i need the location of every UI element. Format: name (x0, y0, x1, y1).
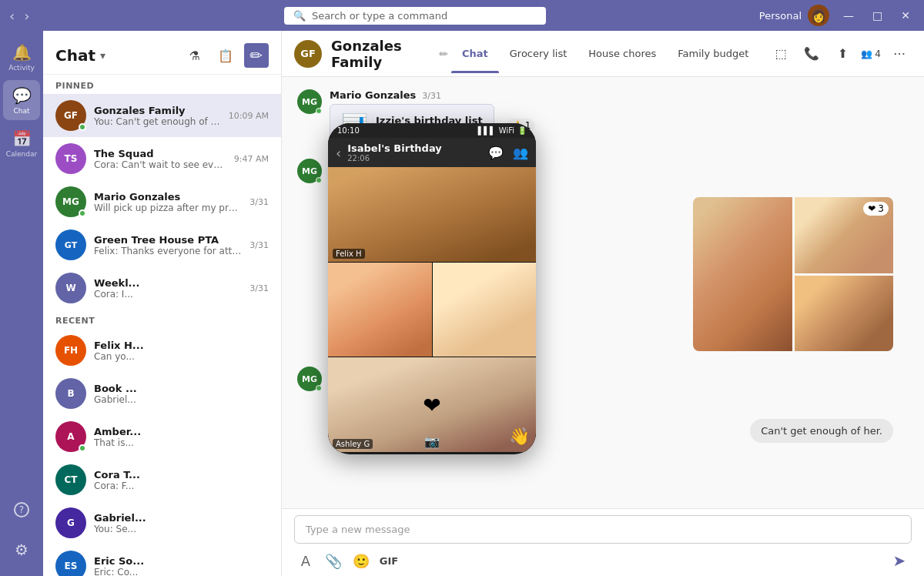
camera-icon[interactable]: 📷 (424, 434, 440, 449)
phone-back-icon[interactable]: ‹ (336, 145, 341, 161)
chat-name-gonzales-family: Gonzales Family (94, 105, 221, 116)
avatar-squad: TS (55, 143, 86, 174)
chat-nav-label: Chat (13, 107, 29, 115)
close-button[interactable]: ✕ (896, 9, 915, 22)
chat-preview-gabriel: You: Se... (94, 524, 269, 534)
filter-button[interactable]: ⚗ (182, 43, 207, 68)
screen-share-button[interactable]: ⬚ (768, 42, 793, 66)
compose-button[interactable]: 📋 (213, 43, 238, 68)
people-count-label: 4 (875, 49, 881, 59)
collage-reaction[interactable]: ❤️ 3 (863, 202, 889, 216)
search-box[interactable]: 🔍 Search or type a command (284, 7, 546, 25)
chat-preview-amber: That is... (94, 437, 269, 448)
video-cell-2 (328, 263, 432, 357)
recent-section-label: Recent (43, 310, 281, 329)
chat-name-squad: The Squad (94, 148, 226, 159)
chat-preview-squad: Cora: Can't wait to see everyone! (94, 159, 226, 170)
search-icon: 🔍 (293, 10, 306, 22)
group-name: Gonzales Family (331, 38, 424, 70)
avatar-cora: CT (55, 464, 86, 495)
sidebar-item-help[interactable]: ? (3, 490, 40, 530)
wave-emoji: 👋 (509, 427, 530, 446)
tab-chat[interactable]: Chat (451, 43, 499, 64)
emoji-icon: 🙂 (353, 553, 370, 569)
avatar-gabriel: G (55, 507, 86, 538)
chat-item-gonzales-family[interactable]: GF Gonzales Family You: Can't get enough… (43, 94, 281, 137)
attach-button[interactable]: 📎 (322, 549, 345, 572)
avatar-eric: ES (55, 551, 86, 576)
search-area: 🔍 Search or type a command (71, 7, 759, 25)
maximize-button[interactable]: □ (868, 9, 887, 22)
chat-item-eric[interactable]: ES Eric So... Eric: Co... (43, 544, 281, 576)
chat-info-felix: Felix H... Can yo... (94, 340, 269, 362)
tab-budget[interactable]: Family budget (667, 43, 759, 64)
chat-item-book[interactable]: B Book ... Gabriel... (43, 372, 281, 415)
forward-button[interactable]: › (24, 8, 29, 24)
calendar-label: Calendar (6, 150, 37, 158)
chat-item-felix[interactable]: FH Felix H... Can yo... (43, 329, 281, 372)
more-options-button[interactable]: ⋯ (887, 42, 912, 66)
chat-item-mario[interactable]: MG Mario Gonzales Will pick up pizza aft… (43, 180, 281, 223)
signal-icon: ▌▌▌ (478, 126, 496, 135)
chat-preview-mario: Will pick up pizza after my practice. (94, 203, 242, 213)
chat-item-gabriel[interactable]: G Gabriel... You: Se... (43, 501, 281, 544)
main-layout: 🔔 Activity 💬 Chat 📅 Calendar ? ⚙ Chat ▾ (0, 31, 924, 576)
chat-item-amber[interactable]: A Amber... That is... (43, 415, 281, 458)
chat-item-cora[interactable]: CT Cora T... Cora: F... (43, 458, 281, 501)
send-button[interactable]: ➤ (887, 548, 912, 573)
phone-button[interactable]: 📞 (799, 42, 824, 66)
chat-header: GF Gonzales Family ✏ Chat Grocery list H… (282, 31, 924, 77)
chat-tabs: ✏ Chat Grocery list House chores Family … (439, 43, 759, 64)
sidebar-item-chat[interactable]: 💬 Chat (3, 80, 40, 120)
message-input-box[interactable]: Type a new message (294, 515, 912, 544)
chat-info-cora: Cora T... Cora: F... (94, 469, 269, 491)
message-header: Mario Gonzales 3/31 (330, 89, 909, 101)
tab-chores[interactable]: House chores (578, 43, 667, 64)
chat-info-mario: Mario Gonzales Will pick up pizza after … (94, 191, 242, 213)
video-cell-4: Ashley G ❤️ 👋 📷 (328, 357, 536, 452)
emoji-button[interactable]: 🙂 (350, 549, 373, 572)
chat-info-eric: Eric So... Eric: Co... (94, 555, 269, 577)
chevron-down-icon[interactable]: ▾ (100, 49, 105, 62)
titlebar: ‹ › 🔍 Search or type a command Personal … (0, 0, 924, 31)
format-button[interactable]: A (294, 549, 317, 572)
nav-sidebar: 🔔 Activity 💬 Chat 📅 Calendar ? ⚙ (0, 31, 43, 576)
chat-list-title: Chat (55, 46, 95, 65)
sidebar-item-settings[interactable]: ⚙ (3, 530, 40, 570)
chat-time-squad: 9:47 AM (234, 154, 269, 164)
help-icon: ? (14, 502, 29, 517)
photo-collage: ❤️ 3 (693, 197, 893, 351)
message-avatar: MG (297, 89, 322, 114)
right-panel: GF Gonzales Family ✏ Chat Grocery list H… (282, 31, 924, 576)
compose-icon: 📋 (218, 49, 233, 63)
tab-grocery[interactable]: Grocery list (499, 43, 578, 64)
sidebar-item-calendar[interactable]: 📅 Calendar (3, 123, 40, 163)
new-chat-button[interactable]: ✏ (244, 43, 269, 68)
search-input-label: Search or type a command (312, 10, 447, 22)
wifi-icon: WiFi (499, 126, 514, 135)
people-count[interactable]: 👥 4 (861, 49, 881, 59)
chat-info-squad: The Squad Cora: Can't wait to see everyo… (94, 148, 226, 170)
phone-overlay[interactable]: 10:10 ▌▌▌ WiFi 🔋 ‹ Isabel's Birthday 22:… (328, 123, 536, 454)
chat-name-cora: Cora T... (94, 469, 269, 481)
add-member-button[interactable]: ⬆ (830, 42, 855, 66)
phone-status-bar: 10:10 ▌▌▌ WiFi 🔋 (328, 123, 536, 138)
chat-info-book: Book ... Gabriel... (94, 383, 269, 405)
phone-people-icon[interactable]: 👥 (513, 146, 528, 160)
user-menu[interactable]: Personal 👩 (759, 5, 829, 26)
minimize-button[interactable]: — (839, 9, 859, 22)
tab-chores-label: House chores (588, 48, 656, 59)
video-row-2 (328, 263, 536, 357)
chat-preview-felix: Can yo... (94, 351, 269, 362)
chat-item-pta[interactable]: GT Green Tree House PTA Felix: Thanks ev… (43, 223, 281, 266)
chat-item-squad[interactable]: TS The Squad Cora: Can't wait to see eve… (43, 137, 281, 180)
format-icon: A (301, 553, 310, 569)
chat-preview-eric: Eric: Co... (94, 567, 269, 577)
avatar-weekly: W (55, 273, 86, 303)
chat-icon: 💬 (12, 86, 32, 105)
chat-item-weekly[interactable]: W Weekl... Cora: I... 3/31 (43, 266, 281, 310)
gif-button[interactable]: GIF (377, 549, 400, 572)
phone-chat-icon[interactable]: 💬 (488, 146, 504, 160)
back-button[interactable]: ‹ (9, 8, 15, 24)
sidebar-item-activity[interactable]: 🔔 Activity (3, 37, 40, 77)
